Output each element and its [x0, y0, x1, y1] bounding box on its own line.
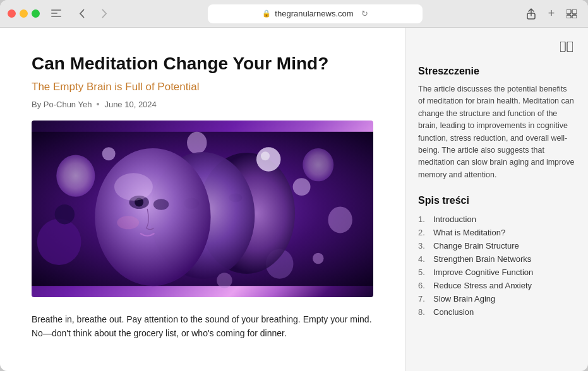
article-meta: By Po-Chun Yeh June 10, 2024 [32, 100, 373, 109]
maximize-button[interactable] [32, 9, 40, 18]
tabs-button[interactable] [563, 5, 580, 23]
toc-number: 5. [418, 268, 431, 277]
svg-point-26 [293, 178, 311, 196]
close-button[interactable] [8, 9, 16, 18]
svg-point-28 [217, 273, 232, 288]
toc-number: 7. [418, 294, 431, 303]
sidebar-panel: Streszczenie The article discusses the p… [405, 28, 588, 371]
toc-number: 3. [418, 241, 431, 250]
new-tab-button[interactable]: + [543, 5, 560, 23]
article-date: June 10, 2024 [104, 100, 156, 109]
article-author: By Po-Chun Yeh [32, 100, 92, 109]
svg-point-25 [102, 147, 116, 160]
toc-heading: Spis treści [418, 195, 575, 206]
sidebar-toggle-button[interactable] [47, 5, 65, 23]
toc-label: Introduction [433, 215, 476, 224]
svg-rect-5 [572, 9, 577, 14]
toc-label: Slow Brain Aging [433, 294, 495, 303]
toc-number: 8. [418, 307, 431, 317]
sidebar-icon-bar [418, 38, 575, 56]
toc-item[interactable]: 4.Strengthen Brain Networks [418, 252, 575, 266]
svg-point-27 [313, 252, 323, 263]
article-title: Can Meditation Change Your Mind? [32, 53, 373, 74]
svg-point-12 [37, 218, 81, 264]
svg-point-30 [256, 147, 280, 171]
svg-point-23 [117, 216, 139, 229]
svg-rect-2 [51, 16, 61, 17]
toc-number: 2. [418, 228, 431, 237]
toc-item[interactable]: 3.Change Brain Structure [418, 239, 575, 252]
toc-item[interactable]: 7.Slow Brain Aging [418, 292, 575, 305]
svg-point-10 [303, 148, 333, 181]
forward-button[interactable] [95, 5, 113, 23]
toc-label: Reduce Stress and Anxiety [433, 281, 532, 290]
toc-label: Change Brain Structure [433, 241, 519, 250]
svg-rect-7 [572, 15, 577, 18]
content-area: Can Meditation Change Your Mind? The Emp… [0, 28, 588, 371]
article-subtitle: The Empty Brain is Full of Potential [32, 81, 373, 93]
svg-point-13 [187, 131, 207, 153]
meta-separator [97, 103, 99, 105]
lock-icon: 🔒 [262, 9, 271, 18]
toc-number: 6. [418, 281, 431, 290]
svg-rect-4 [567, 9, 571, 14]
svg-rect-1 [51, 13, 57, 14]
toc-item[interactable]: 8.Conclusion [418, 305, 575, 319]
svg-rect-6 [567, 15, 571, 18]
browser-window: 🔒 thegranularnews.com ↻ + [0, 0, 588, 371]
svg-point-31 [261, 151, 270, 160]
title-bar: 🔒 thegranularnews.com ↻ + [0, 0, 588, 28]
url-text: thegranularnews.com [275, 9, 353, 18]
toc-item[interactable]: 5.Improve Cognitive Function [418, 266, 575, 279]
svg-rect-32 [560, 42, 565, 52]
toc-label: Conclusion [433, 307, 474, 317]
toc-label: Strengthen Brain Networks [433, 254, 531, 264]
svg-rect-0 [51, 9, 61, 11]
sidebar-layout-button[interactable] [558, 38, 575, 56]
traffic-lights [8, 9, 40, 18]
toc-number: 1. [418, 215, 431, 224]
article-image [32, 121, 373, 297]
toc-item[interactable]: 1.Introduction [418, 213, 575, 226]
toc-label: Improve Cognitive Function [433, 268, 533, 277]
svg-rect-33 [567, 42, 573, 52]
toc-item[interactable]: 6.Reduce Stress and Anxiety [418, 279, 575, 292]
article-body: Breathe in, breathe out. Pay attention t… [32, 312, 373, 341]
toolbar-right: + [522, 5, 580, 23]
svg-point-22 [153, 199, 169, 209]
svg-point-11 [328, 206, 352, 233]
share-button[interactable] [522, 5, 540, 23]
toc-label: What is Meditation? [433, 228, 505, 237]
svg-point-29 [55, 204, 75, 224]
address-bar[interactable]: 🔒 thegranularnews.com ↻ [208, 4, 423, 23]
summary-text: The article discusses the potential bene… [418, 83, 575, 181]
article-panel[interactable]: Can Meditation Change Your Mind? The Emp… [0, 28, 405, 371]
svg-point-9 [56, 155, 95, 196]
reload-icon[interactable]: ↻ [361, 9, 368, 18]
summary-heading: Streszczenie [418, 66, 575, 77]
toc-item[interactable]: 2.What is Meditation? [418, 226, 575, 239]
toc-list: 1.Introduction2.What is Meditation?3.Cha… [418, 213, 575, 319]
toc-number: 4. [418, 254, 431, 264]
back-button[interactable] [73, 5, 90, 23]
minimize-button[interactable] [20, 9, 28, 18]
svg-point-19 [95, 148, 210, 286]
svg-point-24 [114, 173, 153, 201]
